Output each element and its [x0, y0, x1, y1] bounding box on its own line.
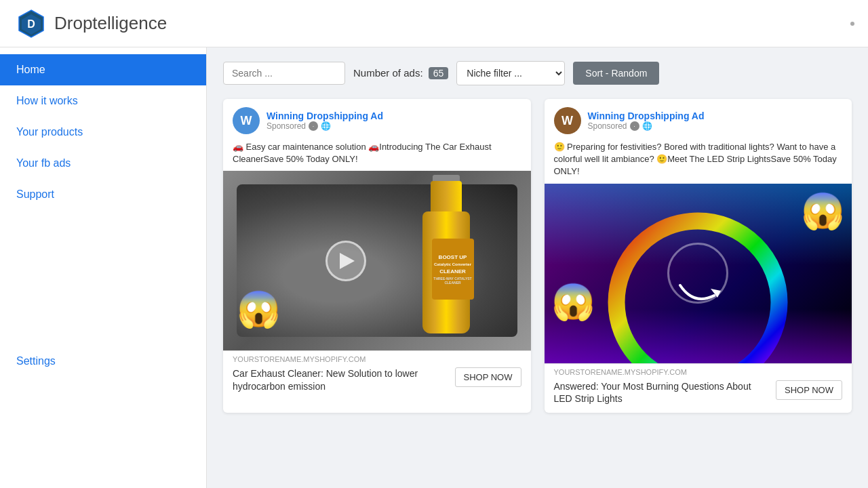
- sidebar-item-settings[interactable]: Settings: [0, 346, 206, 377]
- search-input[interactable]: [223, 62, 345, 85]
- sponsored-icon-2: ·: [630, 121, 639, 131]
- sidebar: Home How it works Your products Your fb …: [0, 47, 207, 488]
- sidebar-item-home[interactable]: Home: [0, 54, 206, 85]
- bottle-body: BOOST UP Catalytic Converter CLEANER THR…: [422, 211, 470, 333]
- ad-store-url-2: YOURSTORENAME.MYSHOPIFY.COM: [545, 364, 852, 378]
- ad-image-1: BOOST UP Catalytic Converter CLEANER THR…: [223, 171, 531, 350]
- ad-store-url-1: YOURSTORENAME.MYSHOPIFY.COM: [223, 351, 531, 365]
- ad-page-name-2[interactable]: Winning Dropshipping Ad: [588, 110, 705, 121]
- ad-avatar-1: W: [233, 107, 260, 134]
- ad-description-1: 🚗 Easy car maintenance solution 🚗Introdu…: [223, 138, 531, 171]
- bottle-label: BOOST UP Catalytic Converter CLEANER THR…: [432, 239, 474, 300]
- globe-icon-2: 🌐: [642, 121, 652, 131]
- header-dot: [850, 22, 854, 26]
- play-button-1[interactable]: [326, 241, 366, 281]
- ad-sponsored-2: Sponsored · 🌐: [588, 121, 705, 131]
- bottle-neck: [431, 181, 462, 215]
- ad-card-1-header: W Winning Dropshipping Ad Sponsored · 🌐: [223, 99, 531, 138]
- app-title: Droptelligence: [54, 13, 167, 34]
- ad-card-1: W Winning Dropshipping Ad Sponsored · 🌐 …: [223, 99, 531, 413]
- main-content: Number of ads: 65 Niche filter ... All n…: [207, 47, 868, 488]
- ad-card-2-header: W Winning Dropshipping Ad Sponsored · 🌐: [545, 99, 852, 138]
- shop-now-button-1[interactable]: SHOP NOW: [455, 367, 521, 387]
- play-triangle-1: [340, 253, 355, 269]
- sidebar-bottom: Settings: [0, 210, 206, 377]
- ad-sponsored-1: Sponsored · 🌐: [267, 121, 383, 131]
- sidebar-item-how-it-works[interactable]: How it works: [0, 85, 206, 117]
- ad-page-name-1[interactable]: Winning Dropshipping Ad: [267, 110, 383, 121]
- logo: D Droptelligence: [16, 9, 167, 39]
- ad-header-info-2: Winning Dropshipping Ad Sponsored · 🌐: [588, 110, 705, 131]
- scared-emoji-bottom-left: 😱: [551, 281, 595, 323]
- ad-avatar-2: W: [554, 107, 581, 134]
- ad-header-info-1: Winning Dropshipping Ad Sponsored · 🌐: [267, 110, 383, 131]
- ad-image-2: 😱 😱: [545, 184, 852, 363]
- arrow-icon: [673, 251, 728, 306]
- layout: Home How it works Your products Your fb …: [0, 47, 868, 488]
- svg-text:D: D: [27, 18, 35, 30]
- ad-card-2: W Winning Dropshipping Ad Sponsored · 🌐 …: [545, 99, 852, 413]
- ad-footer-row-1: Car Exhaust Cleaner: New Solution to low…: [223, 365, 531, 400]
- ads-count-badge: 65: [429, 67, 449, 79]
- ad-card-1-footer: YOURSTORENAME.MYSHOPIFY.COM Car Exhaust …: [223, 350, 531, 400]
- scared-emoji-top-right: 😱: [801, 190, 845, 232]
- ad-footer-row-2: Answered: Your Most Burning Questions Ab…: [545, 378, 852, 413]
- ad-description-2: 🙂 Preparing for festivities? Bored with …: [545, 138, 852, 184]
- bottle: BOOST UP Catalytic Converter CLEANER THR…: [416, 178, 477, 333]
- sidebar-item-your-products[interactable]: Your products: [0, 117, 206, 148]
- logo-icon: D: [16, 9, 46, 39]
- controls-bar: Number of ads: 65 Niche filter ... All n…: [223, 61, 852, 85]
- ads-grid: W Winning Dropshipping Ad Sponsored · 🌐 …: [223, 99, 852, 413]
- ad-product-name-1: Car Exhaust Cleaner: New Solution to low…: [233, 367, 449, 392]
- ads-count-label: Number of ads: 65: [353, 67, 448, 79]
- niche-filter-select[interactable]: Niche filter ... All niches Health Beaut…: [456, 61, 565, 85]
- sort-random-button[interactable]: Sort - Random: [573, 62, 659, 85]
- shop-now-button-2[interactable]: SHOP NOW: [776, 380, 842, 400]
- header: D Droptelligence: [0, 0, 868, 47]
- sidebar-item-support[interactable]: Support: [0, 179, 206, 210]
- ad-product-name-2: Answered: Your Most Burning Questions Ab…: [554, 380, 770, 405]
- sidebar-item-your-fb-ads[interactable]: Your fb ads: [0, 148, 206, 179]
- scared-emoji-1: 😱: [237, 289, 281, 330]
- sponsored-icon-1: ·: [309, 121, 318, 131]
- ad-card-2-footer: YOURSTORENAME.MYSHOPIFY.COM Answered: Yo…: [545, 363, 852, 413]
- globe-icon-1: 🌐: [321, 121, 331, 131]
